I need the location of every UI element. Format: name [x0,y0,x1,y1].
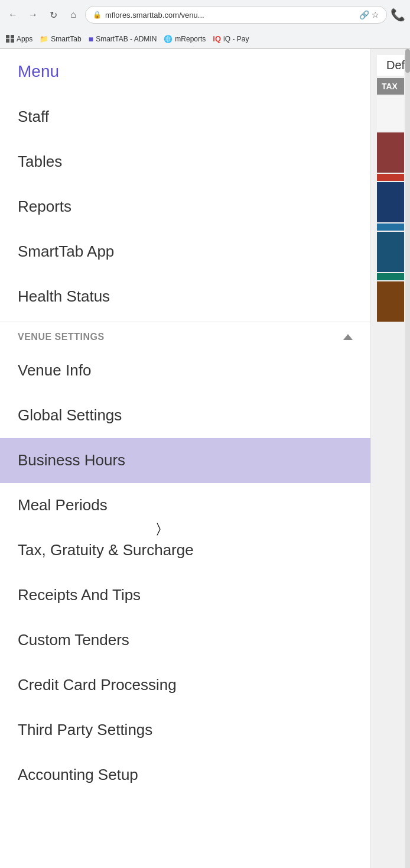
sidebar-reports-label: Reports [18,197,71,216]
main-layout: Menu Staff Tables Reports SmartTab App H… [0,49,410,868]
color-block-teal [377,273,404,280]
bookmark-folder-icon: 📁 [40,35,48,43]
right-panel: Def TAX [371,49,410,868]
chevron-up-icon[interactable] [343,334,353,340]
sidebar-tables-label: Tables [18,153,62,171]
bookmark-admin-label: SmartTAB - ADMIN [96,35,157,43]
back-button[interactable]: ← [5,7,21,23]
star-icon[interactable]: ☆ [372,10,379,20]
color-block-brown [377,281,404,322]
sidebar-item-meal-periods[interactable]: Meal Periods [0,483,370,528]
color-block-dark-blue [377,232,404,272]
bookmarks-bar: Apps 📁 SmartTab ■ SmartTAB - ADMIN 🌐 mRe… [0,30,410,48]
address-bar-icons: 🔗 ☆ [359,10,379,20]
sidebar-item-credit-card[interactable]: Credit Card Processing [0,663,370,708]
tax-label: TAX [382,82,398,91]
bookmark-apps[interactable]: Apps [6,35,32,43]
sidebar-accounting-label: Accounting Setup [18,766,138,784]
sidebar-thirdparty-label: Third Party Settings [18,721,152,739]
bookmark-mreports[interactable]: 🌐 mReports [164,35,206,43]
sidebar-taxgratuity-label: Tax, Gratuity & Surcharge [18,541,194,559]
tax-badge: TAX [377,78,404,95]
sidebar-menu-label: Menu [18,62,59,81]
sidebar-item-health-status[interactable]: Health Status [0,274,370,319]
input-area [377,96,404,131]
bookmark-smarttab-admin[interactable]: ■ SmartTAB - ADMIN [89,34,157,44]
sidebar-venueinfo-label: Venue Info [18,361,91,380]
sidebar: Menu Staff Tables Reports SmartTab App H… [0,49,371,868]
sidebar-globalsettings-label: Global Settings [18,406,122,425]
right-panel-content: Def TAX [371,49,410,329]
sidebar-creditcard-label: Credit Card Processing [18,676,177,694]
sidebar-item-custom-tenders[interactable]: Custom Tenders [0,618,370,663]
url-text: mflores.smarttab.com/venu... [105,11,356,20]
bookmark-iq-icon: iQ [213,34,221,43]
bookmark-apps-label: Apps [17,35,32,43]
venue-settings-section-header: VENUE SETTINGS [0,322,370,348]
color-block-red-dark [377,132,404,173]
sidebar-item-third-party[interactable]: Third Party Settings [0,708,370,753]
sidebar-item-tax-gratuity[interactable]: Tax, Gratuity & Surcharge [0,528,370,573]
sidebar-item-accounting[interactable]: Accounting Setup [0,753,370,798]
share-icon[interactable]: 🔗 [359,10,369,20]
sidebar-item-tables[interactable]: Tables [0,140,370,184]
sidebar-customtenders-label: Custom Tenders [18,631,129,649]
sidebar-healthstatus-label: Health Status [18,287,110,306]
sidebar-item-global-settings[interactable]: Global Settings [0,393,370,438]
phone-icon: 📞 [391,8,405,22]
bookmark-globe-icon: 🌐 [164,35,173,43]
sidebar-staff-label: Staff [18,108,49,126]
refresh-button[interactable]: ↻ [45,7,61,23]
forward-button[interactable]: → [25,7,41,23]
browser-toolbar: ← → ↻ ⌂ 🔒 mflores.smarttab.com/venu... 🔗… [0,0,410,30]
color-block-navy [377,182,404,222]
sidebar-item-reports[interactable]: Reports [0,184,370,229]
color-block-red [377,174,404,181]
sidebar-businesshours-label: Business Hours [18,451,125,469]
sidebar-item-staff[interactable]: Staff [0,95,370,140]
bookmark-iqpay-label: iQ - Pay [223,35,249,43]
sidebar-item-smarttab-app[interactable]: SmartTab App [0,229,370,274]
sidebar-item-venue-info[interactable]: Venue Info [0,348,370,393]
venue-settings-label: VENUE SETTINGS [18,332,105,342]
browser-chrome: ← → ↻ ⌂ 🔒 mflores.smarttab.com/venu... 🔗… [0,0,410,49]
scrollbar-track[interactable] [405,49,410,868]
sidebar-receiptstips-label: Receipts And Tips [18,586,141,604]
sidebar-smarttabapp-label: SmartTab App [18,242,114,261]
sidebar-mealperiods-label: Meal Periods [18,496,108,514]
bookmark-iq-pay[interactable]: iQ iQ - Pay [213,34,249,43]
color-block-blue [377,224,404,231]
address-bar[interactable]: 🔒 mflores.smarttab.com/venu... 🔗 ☆ [85,6,387,24]
def-panel: Def [377,55,404,76]
bookmark-smarttab-label: SmartTab [51,35,81,43]
bookmark-smarttab-icon: ■ [89,34,93,44]
sidebar-item-business-hours[interactable]: Business Hours [0,438,370,483]
sidebar-item-menu[interactable]: Menu [0,49,370,95]
scrollbar-thumb[interactable] [405,49,410,73]
bookmark-mreports-label: mReports [175,35,206,43]
toolbar-icons: 📞 [391,8,405,22]
sidebar-item-receipts-tips[interactable]: Receipts And Tips [0,573,370,618]
bookmark-smarttab[interactable]: 📁 SmartTab [40,35,81,43]
apps-grid-icon [6,35,14,43]
home-button[interactable]: ⌂ [65,7,82,23]
lock-icon: 🔒 [93,11,102,19]
